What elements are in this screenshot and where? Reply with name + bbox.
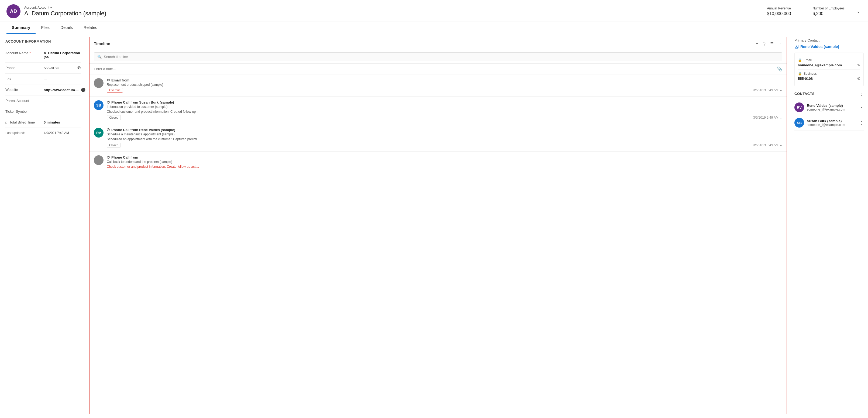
item-timestamp: 3/5/2019 9:49 AM ⌄ [753, 143, 782, 147]
item-description: Call back to understand the problem (sam… [107, 160, 782, 164]
timeline-item: ✆ Phone Call from Call back to understan… [90, 152, 786, 174]
item-content: ✉ Email from Replacement product shipped… [107, 78, 782, 92]
contact-info: Rene Valdes (sample) someone_i@example.c… [807, 103, 857, 111]
item-timestamp: 3/5/2019 9:49 AM ⌄ [753, 88, 782, 92]
item-footer: Overdue 3/5/2019 9:49 AM ⌄ [107, 88, 782, 92]
phone-call-icon: ✆ [107, 128, 110, 132]
item-footer: Closed 3/5/2019 9:49 AM ⌄ [107, 143, 782, 148]
tab-files[interactable]: Files [36, 22, 55, 34]
timeline-more-button[interactable]: ⋮ [778, 41, 782, 46]
website-field: Website http://www.adatum.... ⚫ [5, 84, 81, 95]
item-content: ✆ Phone Call from Rene Valdes (sample) S… [107, 128, 782, 148]
account-name-field: Account Name * A. Datum Corporation (sa.… [5, 48, 81, 63]
email-icon: ✉ [107, 78, 110, 82]
tab-bar: Summary Files Details Related [0, 22, 868, 34]
tab-details[interactable]: Details [55, 22, 78, 34]
item-footer: Closed 3/5/2019 9:49 AM ⌄ [107, 115, 782, 120]
timeline-item: SB ✆ Phone Call from Susan Burk (sample)… [90, 96, 786, 124]
timeline-sort-button[interactable]: ≣ [770, 41, 774, 46]
phone-value[interactable]: 555-0158 ✆ [44, 66, 81, 70]
contact-name: Susan Burk (sample) [807, 119, 857, 123]
tab-summary[interactable]: Summary [6, 22, 36, 34]
item-description: Replacement product shipped (sample) [107, 83, 782, 87]
phone-call-icon: ✆ [107, 100, 110, 104]
expand-button[interactable]: ⌄ [780, 88, 782, 92]
timeline-search-box[interactable]: 🔍 Search timeline [94, 52, 782, 61]
svg-point-1 [796, 46, 797, 47]
lock-icon-email: 🔒 [798, 58, 802, 62]
item-type: ✆ Phone Call from Susan Burk (sample) [107, 100, 782, 104]
note-area: 📎 [90, 64, 786, 74]
email-label: 🔒 Email [798, 58, 860, 62]
contact-more-button[interactable]: ⋮ [859, 105, 864, 110]
email-compose-icon[interactable]: ✎ [857, 63, 860, 67]
timeline-item: ✉ Email from Replacement product shipped… [90, 74, 786, 96]
item-content: ✆ Phone Call from Susan Burk (sample) In… [107, 100, 782, 120]
account-name-value[interactable]: A. Datum Corporation (sa... [44, 51, 81, 59]
search-placeholder: Search timeline [104, 55, 128, 59]
timeline-search-area: 🔍 Search timeline [90, 50, 786, 64]
contacts-more-button[interactable]: ⋮ [859, 91, 864, 96]
status-badge-closed: Closed [107, 143, 121, 148]
contact-more-button[interactable]: ⋮ [859, 120, 864, 125]
last-updated-value: 4/9/2021 7:43 AM [44, 131, 81, 135]
item-content: ✆ Phone Call from Call back to understan… [107, 155, 782, 170]
total-billed-label: □ Total Billed Time [5, 120, 40, 124]
total-billed-field: □ Total Billed Time 0 minutes [5, 117, 81, 128]
primary-contact-card: 🔒 Email someone_i@example.com ✎ 🔒 Busine… [795, 53, 864, 86]
status-badge-overdue: Overdue [107, 88, 123, 92]
item-avatar: SB [94, 100, 103, 110]
last-updated-row: Last updated: 4/9/2021 7:43 AM [5, 128, 81, 138]
right-panel: Primary Contact Rene Valdes (sample) 🔒 E… [790, 34, 868, 417]
total-billed-value: 0 minutes [44, 120, 81, 124]
fax-label: Fax [5, 77, 40, 81]
status-badge-closed: Closed [107, 115, 121, 120]
required-indicator: * [29, 51, 31, 55]
entity-type-dropdown-icon[interactable]: ▾ [51, 6, 52, 9]
tab-related[interactable]: Related [78, 22, 103, 34]
ticker-symbol-label: Ticker Symbol [5, 110, 40, 114]
item-timestamp: 3/5/2019 9:49 AM ⌄ [753, 116, 782, 119]
account-info-section-title: ACCOUNT INFORMATION [5, 39, 81, 43]
search-icon: 🔍 [97, 55, 102, 59]
contact-name: Rene Valdes (sample) [807, 103, 857, 108]
phone-label: Phone [5, 66, 40, 70]
attachment-icon[interactable]: 📎 [777, 66, 782, 71]
contact-avatar-sb: SB [795, 118, 804, 127]
timeline-item: RV ✆ Phone Call from Rene Valdes (sample… [90, 124, 786, 152]
primary-contact-label: Primary Contact [795, 38, 864, 42]
employees-label: Number of Employees [812, 6, 844, 10]
timeline-items-list: ✉ Email from Replacement product shipped… [90, 74, 786, 414]
phone-field: Phone 555-0158 ✆ [5, 63, 81, 73]
timeline-panel: Timeline + ⚳ ≣ ⋮ 🔍 Search timeline 📎 [89, 37, 787, 414]
item-type: ✆ Phone Call from [107, 155, 782, 159]
phone-icon-business[interactable]: ✆ [857, 77, 860, 81]
lock-icon-business: 🔒 [798, 72, 802, 76]
timeline-actions: + ⚳ ≣ ⋮ [756, 41, 782, 46]
last-updated-label: Last updated: [5, 131, 40, 135]
account-info-panel: ACCOUNT INFORMATION Account Name * A. Da… [0, 34, 86, 417]
header-collapse-button[interactable]: ⌄ [855, 7, 862, 16]
primary-contact-link[interactable]: Rene Valdes (sample) [795, 44, 864, 49]
business-value: 555-0108 ✆ [798, 77, 860, 81]
contact-list-item: RV Rene Valdes (sample) someone_i@exampl… [795, 100, 864, 115]
parent-account-value: --- [44, 99, 81, 103]
account-title: A. Datum Corporation (sample) [24, 10, 767, 17]
note-input[interactable] [94, 67, 777, 71]
business-field-row: 🔒 Business 555-0108 ✆ [798, 69, 860, 83]
expand-button[interactable]: ⌄ [780, 143, 782, 147]
expand-button[interactable]: ⌄ [780, 116, 782, 119]
website-value[interactable]: http://www.adatum.... ⚫ [44, 88, 86, 92]
entity-type[interactable]: Account: Account ▾ [24, 6, 767, 9]
annual-revenue-label: Annual Revenue [767, 6, 791, 10]
fax-value: --- [44, 77, 81, 81]
item-type: ✆ Phone Call from Rene Valdes (sample) [107, 128, 782, 132]
account-avatar: AD [6, 4, 21, 18]
item-description2: Check customer and product information. … [107, 165, 782, 169]
employees-metric: Number of Employees 6,200 [812, 6, 844, 16]
phone-icon[interactable]: ✆ [78, 66, 81, 70]
contact-list-item: SB Susan Burk (sample) someone_l@example… [795, 115, 864, 130]
timeline-filter-button[interactable]: ⚳ [763, 41, 766, 46]
timeline-add-button[interactable]: + [756, 41, 758, 46]
contacts-section-title: CONTACTS [795, 92, 859, 96]
